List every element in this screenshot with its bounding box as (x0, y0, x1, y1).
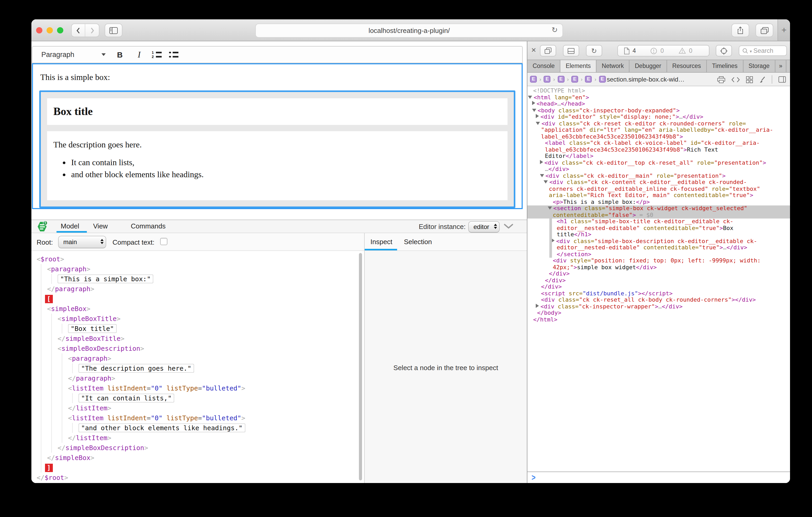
model-tree-line[interactable]: </$root> (37, 473, 364, 483)
model-tree-line[interactable]: <paragraph> (47, 264, 364, 274)
tab-view[interactable]: View (93, 222, 108, 230)
collapse-inspector-button[interactable] (504, 224, 513, 229)
model-tree-line[interactable]: </simpleBoxTitle> (58, 334, 364, 343)
tab-overview-button[interactable] (755, 24, 773, 37)
root-select[interactable]: main (59, 236, 106, 248)
dom-tree-line[interactable]: </div> (527, 277, 790, 284)
dom-tree-line[interactable]: <div class="ck ck-editor__top ck-reset_a… (527, 160, 790, 166)
disclosure-closed-icon[interactable] (532, 101, 535, 105)
model-tree-line[interactable]: "Box title" (68, 324, 364, 334)
bulleted-list-button[interactable] (169, 51, 178, 58)
heading-dropdown[interactable]: Paragraph (41, 51, 106, 59)
tab-commands[interactable]: Commands (131, 222, 166, 230)
dom-tree-line[interactable]: <div style="position: fixed; top: 0px; l… (527, 258, 790, 264)
dom-tree-line[interactable]: editor__nested-editable" contenteditable… (527, 245, 790, 251)
print-icon[interactable] (717, 76, 725, 83)
dock-bottom-button[interactable] (563, 45, 579, 57)
details-sidebar-icon[interactable] (779, 76, 786, 83)
editor-editable-area[interactable]: This is a simple box: Box title The desc… (32, 63, 523, 209)
list-item[interactable]: It can contain lists, (71, 157, 501, 167)
dom-tree-line[interactable]: </div> (527, 284, 790, 291)
devtools-tab-console[interactable]: Console (527, 60, 560, 72)
close-devtools-button[interactable]: ✕ (531, 47, 536, 54)
reload-page-button[interactable]: ↻ (586, 45, 602, 57)
dom-tree-line[interactable]: <p>This is a simple box:</p> (527, 199, 790, 206)
dock-window-button[interactable] (540, 45, 556, 57)
editor-instance-select[interactable]: editor (469, 221, 499, 232)
dom-tree-line[interactable]: <label class="ck ck-label ck-voice-label… (527, 140, 790, 147)
model-tree-line[interactable]: </paragraph> (47, 284, 364, 294)
model-tree-line[interactable]: <$root> (37, 254, 364, 264)
model-tree-line[interactable]: <simpleBoxTitle> (58, 314, 364, 324)
share-button[interactable] (731, 24, 749, 37)
dom-tree-line[interactable]: "application" dir="ltr" lang="en" aria-l… (527, 127, 790, 133)
model-tree-line[interactable]: <simpleBox> (47, 304, 364, 314)
description-paragraph[interactable]: The description goes here. (53, 140, 501, 150)
dom-tree-line[interactable]: <div class="ck ck-reset ck-editor ck-rou… (527, 121, 790, 127)
zoom-window-button[interactable] (57, 27, 63, 33)
tab-inspect[interactable]: Inspect (370, 238, 393, 246)
source-code-icon[interactable] (731, 77, 740, 82)
disclosure-open-icon[interactable] (548, 207, 552, 210)
model-tree-line[interactable]: </listItem> (68, 433, 364, 443)
quick-console[interactable]: > (527, 472, 790, 483)
dom-tree-line[interactable]: Editor</label> (527, 153, 790, 160)
tree-scrollbar[interactable] (359, 253, 362, 480)
disclosure-open-icon[interactable] (544, 180, 548, 183)
numbered-list-button[interactable]: 1 2 (152, 51, 162, 58)
tab-selection[interactable]: Selection (404, 238, 432, 246)
dom-tree-line[interactable]: 42px;">simple box widget</div> (527, 264, 790, 271)
resource-stats[interactable]: 4 0 0 (617, 45, 709, 57)
breadcrumb-element-badge[interactable]: E (571, 76, 578, 83)
element-picker-button[interactable] (716, 45, 732, 57)
breadcrumb-element-badge[interactable]: E (599, 76, 606, 83)
simple-box-description[interactable]: The description goes here. It can contai… (47, 131, 508, 200)
dom-tree-line[interactable]: <div class="ck-inspector-wrapper">…</div… (527, 303, 790, 310)
dom-tree-line[interactable]: </div> (527, 271, 790, 277)
dom-tree-line[interactable]: label_e63cbbfece34c53ce23501062343f49b8"… (527, 133, 790, 140)
close-window-button[interactable] (36, 27, 42, 33)
forward-button[interactable] (85, 24, 99, 37)
breadcrumb-element-badge[interactable]: E (544, 76, 551, 83)
dom-tree-line[interactable]: aria-label="Rich Text Editor, main" cont… (527, 192, 790, 199)
compact-text-checkbox[interactable] (160, 238, 167, 245)
selection-marker[interactable]: ] (47, 463, 364, 473)
model-tree-line[interactable]: "It can contain lists," (79, 393, 364, 403)
model-tree-line[interactable]: "The description goes here." (79, 363, 364, 373)
model-tree-line[interactable]: <listItem listIndent="0" listType="bulle… (68, 413, 364, 423)
dom-tree-line[interactable]: <body class="ck-inspector-body-expanded"… (527, 108, 790, 114)
model-tree-line[interactable]: <listItem listIndent="0" listType="bulle… (68, 383, 364, 393)
disclosure-closed-icon[interactable] (536, 114, 539, 118)
dom-tree-line[interactable]: <div id="editor" style="display: none;">… (527, 114, 790, 121)
breadcrumb-element-badge[interactable]: E (585, 76, 592, 83)
model-tree-line[interactable]: </simpleBox> (47, 453, 364, 463)
devtools-tab-new-inspector-tab[interactable]: + (787, 60, 790, 72)
dom-tree-line[interactable]: <h1 class="simple-box-title ck-editor__e… (527, 218, 790, 225)
devtools-tab-network[interactable]: Network (597, 60, 630, 72)
devtools-tab-timelines[interactable]: Timelines (707, 60, 744, 72)
url-bar[interactable]: localhost/creating-a-plugin/ ↻ (255, 24, 563, 38)
minimize-window-button[interactable] (47, 27, 53, 33)
dom-tree-line[interactable]: <section class="simple-box ck-widget ck-… (527, 206, 790, 212)
dom-tree-line[interactable]: <div class="simple-box-description ck-ed… (527, 238, 790, 245)
simple-box-title[interactable]: Box title (47, 98, 508, 125)
breadcrumb-element-badge[interactable]: E (530, 76, 537, 83)
dom-tree-line[interactable]: title</h1> (527, 232, 790, 238)
model-tree-line[interactable]: </listItem> (68, 403, 364, 413)
disclosure-open-icon[interactable] (532, 109, 536, 112)
model-tree-line[interactable]: "and other block elements like headings.… (79, 423, 364, 433)
dom-tree-line[interactable]: <div class="ck ck-reset_all ck-body ck-r… (527, 297, 790, 303)
intro-paragraph[interactable]: This is a simple box: (40, 73, 515, 82)
devtools-tab-storage[interactable]: Storage (743, 60, 775, 72)
devtools-tab-debugger[interactable]: Debugger (630, 60, 667, 72)
devtools-tab-resources[interactable]: Resources (667, 60, 707, 72)
simple-box-widget[interactable]: Box title The description goes here. It … (39, 90, 515, 208)
selection-marker[interactable]: [ (47, 294, 364, 304)
devtools-tab-overflow-tabs[interactable]: » (775, 60, 787, 72)
model-tree-line[interactable]: "This is a simple box:" (58, 274, 364, 284)
box-title-heading[interactable]: Box title (53, 105, 501, 118)
grid-icon[interactable] (746, 76, 753, 83)
dom-tree-line[interactable]: </section> (527, 251, 790, 258)
dom-tree-line[interactable]: </html> (527, 316, 790, 323)
breadcrumb-current[interactable]: section.simple-box.ck-wid… (607, 75, 684, 83)
